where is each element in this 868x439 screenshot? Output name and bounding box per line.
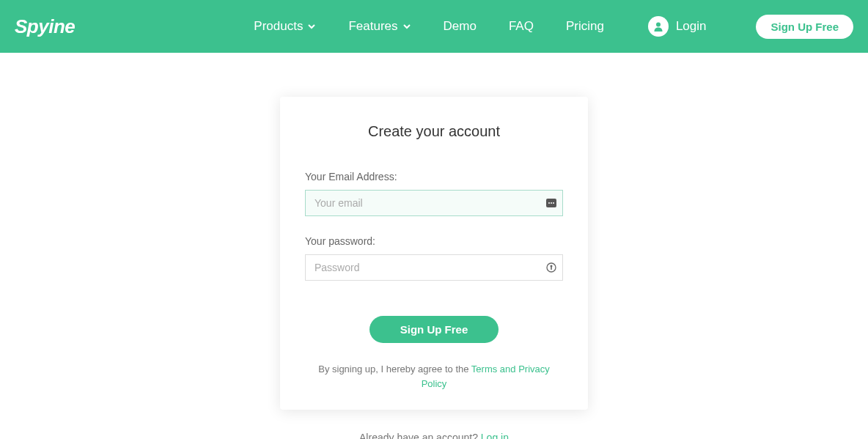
nav-faq[interactable]: FAQ <box>509 19 534 34</box>
already-prefix: Already have an account? <box>359 432 481 439</box>
password-input-wrap <box>305 254 563 281</box>
chevron-down-icon <box>307 22 316 31</box>
nav-pricing[interactable]: Pricing <box>566 19 604 34</box>
login-link[interactable]: Log in <box>481 432 509 439</box>
submit-label: Sign Up Free <box>400 323 468 336</box>
email-input-wrap <box>305 190 563 216</box>
password-manager-icon <box>545 262 557 273</box>
nav-features[interactable]: Features <box>348 19 411 34</box>
already-account-text: Already have an account? Log in <box>359 432 509 439</box>
svg-rect-7 <box>551 267 552 270</box>
nav-signup-label: Sign Up Free <box>770 21 839 33</box>
svg-point-2 <box>548 202 550 204</box>
card-title: Create your account <box>305 123 563 140</box>
nav-products-label: Products <box>254 19 303 34</box>
user-icon <box>648 16 669 37</box>
svg-point-0 <box>656 23 661 27</box>
brand-logo: Spyine <box>15 15 75 38</box>
password-input[interactable] <box>305 254 563 281</box>
main-content: Create your account Your Email Address: … <box>0 53 868 439</box>
terms-text: By signing up, I hereby agree to the Ter… <box>305 362 563 391</box>
nav-pricing-label: Pricing <box>566 19 604 34</box>
signup-submit-button[interactable]: Sign Up Free <box>369 316 499 343</box>
main-nav: Products Features Demo FAQ Pricing Login <box>254 15 853 39</box>
email-label: Your Email Address: <box>305 171 563 182</box>
nav-demo-label: Demo <box>444 19 477 34</box>
login-group[interactable]: Login <box>648 16 707 37</box>
chevron-down-icon <box>402 22 411 31</box>
terms-prefix: By signing up, I hereby agree to the <box>318 364 471 375</box>
nav-signup-button[interactable]: Sign Up Free <box>756 15 853 39</box>
password-label: Your password: <box>305 235 563 247</box>
autofill-icon <box>545 197 557 209</box>
nav-products[interactable]: Products <box>254 19 316 34</box>
nav-login-label: Login <box>676 19 707 34</box>
svg-point-4 <box>553 202 554 204</box>
nav-demo[interactable]: Demo <box>444 19 477 34</box>
signup-card: Create your account Your Email Address: … <box>280 97 588 410</box>
svg-point-3 <box>551 202 552 204</box>
nav-features-label: Features <box>348 19 397 34</box>
email-input[interactable] <box>305 190 563 216</box>
nav-faq-label: FAQ <box>509 19 534 34</box>
header: Spyine Products Features Demo FAQ Pricin… <box>0 0 868 53</box>
